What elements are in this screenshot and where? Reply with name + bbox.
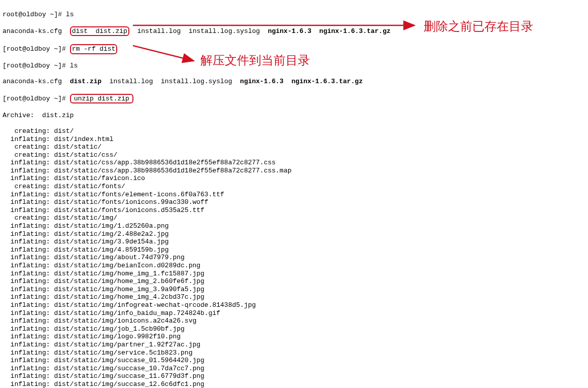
- cmd-ls: ls: [66, 11, 74, 18]
- prompt-text: [root@oldboy ~]#: [3, 45, 70, 53]
- annotation-rm: 删除之前已存在目录: [424, 19, 533, 34]
- highlighted-dist-distzip: dist dist.zip: [70, 26, 129, 37]
- unzip-line: inflating: dist/static/css/app.38b988653…: [3, 159, 585, 167]
- unzip-line: inflating: dist/static/img/service.5c1b8…: [3, 349, 585, 357]
- arrow-unzip: [133, 43, 199, 68]
- highlighted-rm-cmd: rm -rf dist: [70, 44, 118, 54]
- prompt-line-ls1: root@oldboy ~]# ls: [3, 11, 585, 19]
- prompt-line-unzip: [root@oldboy ~]# unzip dist.zip: [3, 94, 585, 104]
- unzip-line: inflating: dist/static/img/2.488e2a2.jpg: [3, 230, 585, 238]
- nginx-dir: nginx-1.6.3: [240, 78, 284, 85]
- dist-zip: dist.zip: [70, 78, 101, 85]
- unzip-line: creating: dist/static/fonts/: [3, 183, 585, 191]
- unzip-line: inflating: dist/static/img/infogreat-wec…: [3, 301, 585, 309]
- ls-output-2: anaconda-ks.cfg dist.zip install.log ins…: [3, 78, 585, 86]
- unzip-line: creating: dist/: [3, 127, 585, 135]
- unzip-line: inflating: dist/static/css/app.38b988653…: [3, 167, 585, 175]
- unzip-line: inflating: dist/static/img/home_img_4.2c…: [3, 293, 585, 301]
- unzip-line: creating: dist/static/img/: [3, 214, 585, 222]
- unzip-line: inflating: dist/static/fonts/ionicons.d5…: [3, 206, 585, 215]
- unzip-line: inflating: dist/static/img/ionicons.a2c4…: [3, 317, 585, 325]
- unzip-line: inflating: dist/static/img/home_img_3.9a…: [3, 286, 585, 294]
- prompt-text: root@oldboy ~]#: [3, 11, 66, 18]
- unzip-line: creating: dist/static/css/: [3, 151, 585, 159]
- prompt-line-rm: [root@oldboy ~]# rm -rf dist: [3, 44, 585, 54]
- unzip-line: inflating: dist/index.html: [3, 135, 585, 144]
- unzip-line: inflating: dist/static/img/succase_01.59…: [3, 357, 585, 365]
- unzip-line: inflating: dist/static/img/job_1.5cb90bf…: [3, 325, 585, 333]
- unzip-line: inflating: dist/static/img/4.859159b.jpg: [3, 246, 585, 254]
- unzip-line: inflating: dist/static/favicon.ico: [3, 174, 585, 183]
- highlighted-unzip-cmd: unzip dist.zip: [70, 94, 133, 104]
- annotation-unzip: 解压文件到当前目录: [200, 53, 310, 68]
- archive-line: Archive: dist.zip: [3, 112, 585, 120]
- unzip-line: inflating: dist/static/fonts/ionicons.99…: [3, 198, 585, 206]
- unzip-line: inflating: dist/static/img/partner_1.92f…: [3, 341, 585, 349]
- nginx-tar: nginx-1.6.3.tar.gz: [292, 78, 363, 85]
- unzip-line: inflating: dist/static/fonts/element-ico…: [3, 191, 585, 199]
- unzip-line: creating: dist/static/: [3, 143, 585, 151]
- arrow-rm: [133, 20, 422, 30]
- unzip-line: inflating: dist/static/img/succase_11.67…: [3, 372, 585, 380]
- svg-line-3: [133, 46, 194, 61]
- unzip-output: creating: dist/ inflating: dist/index.ht…: [3, 127, 585, 388]
- unzip-line: inflating: dist/static/img/home_img_1.fc…: [3, 270, 585, 278]
- unzip-line: inflating: dist/static/img/logo.9982f10.…: [3, 333, 585, 341]
- unzip-line: inflating: dist/static/img/1.d25260a.png: [3, 222, 585, 230]
- prompt-text: [root@oldboy ~]#: [3, 95, 70, 102]
- unzip-line: inflating: dist/static/img/succase_12.6c…: [3, 380, 585, 388]
- prompt-text: [root@oldboy ~]#: [3, 62, 70, 69]
- unzip-line: inflating: dist/static/img/info_baidu_ma…: [3, 309, 585, 318]
- cmd-ls: ls: [70, 62, 78, 69]
- unzip-line: inflating: dist/static/img/3.9de154a.jpg: [3, 238, 585, 246]
- unzip-line: inflating: dist/static/img/succase_10.7d…: [3, 365, 585, 373]
- unzip-line: inflating: dist/static/img/about.74d7979…: [3, 254, 585, 262]
- unzip-line: inflating: dist/static/img/beianIcon.d02…: [3, 262, 585, 270]
- unzip-line: inflating: dist/static/img/home_img_2.b6…: [3, 277, 585, 286]
